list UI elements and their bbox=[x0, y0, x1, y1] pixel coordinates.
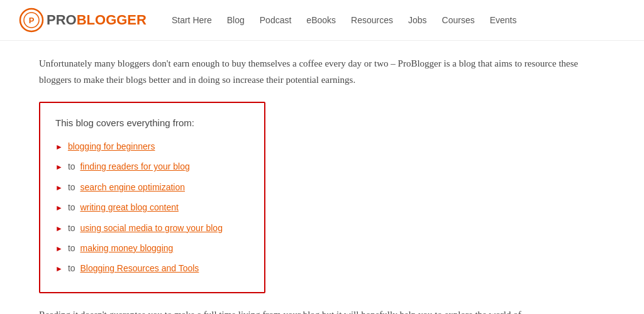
main-content: Unfortunately many bloggers don't earn e… bbox=[20, 41, 624, 314]
list-item: ► to search engine optimization bbox=[55, 180, 249, 194]
logo-icon: P bbox=[19, 8, 44, 33]
list-item: ► to Blogging Resources and Tools bbox=[55, 261, 249, 275]
nav-courses[interactable]: Courses bbox=[442, 13, 475, 27]
bullet-icon: ► bbox=[55, 182, 63, 194]
bullet-icon: ► bbox=[55, 141, 63, 153]
list-prefix: to bbox=[68, 202, 78, 212]
logo[interactable]: P PROBLOGGER bbox=[19, 8, 147, 33]
list-item-text: to finding readers for your blog bbox=[68, 160, 190, 173]
box-heading: This blog covers everything from: bbox=[55, 116, 249, 131]
link-finding-readers[interactable]: finding readers for your blog bbox=[80, 161, 189, 171]
svg-text:P: P bbox=[29, 16, 35, 25]
nav-resources[interactable]: Resources bbox=[351, 13, 393, 27]
list-item-text: to search engine optimization bbox=[68, 180, 185, 194]
bullet-icon: ► bbox=[55, 263, 63, 275]
link-blogging-beginners[interactable]: blogging for beginners bbox=[68, 141, 155, 151]
nav-blog[interactable]: Blog bbox=[227, 13, 245, 27]
list-item-text: to using social media to grow your blog bbox=[68, 221, 223, 235]
topics-box: This blog covers everything from: ► blog… bbox=[39, 102, 265, 293]
logo-text: PROBLOGGER bbox=[47, 9, 147, 31]
nav-events[interactable]: Events bbox=[490, 13, 517, 27]
intro-paragraph: Unfortunately many bloggers don't earn e… bbox=[39, 56, 605, 88]
bullet-icon: ► bbox=[55, 243, 63, 255]
nav-podcast[interactable]: Podcast bbox=[260, 13, 292, 27]
list-prefix: to bbox=[68, 223, 78, 233]
list-item-text: to Blogging Resources and Tools bbox=[68, 261, 199, 275]
main-nav: Start Here Blog Podcast eBooks Resources… bbox=[172, 13, 517, 27]
link-resources-tools[interactable]: Blogging Resources and Tools bbox=[80, 263, 199, 273]
link-making-money[interactable]: making money blogging bbox=[80, 243, 173, 253]
link-social-media[interactable]: using social media to grow your blog bbox=[80, 223, 222, 233]
nav-ebooks[interactable]: eBooks bbox=[306, 13, 336, 27]
list-prefix: to bbox=[68, 263, 78, 273]
bullet-icon: ► bbox=[55, 202, 63, 214]
list-item-text: to making money blogging bbox=[68, 241, 173, 255]
nav-jobs[interactable]: Jobs bbox=[408, 13, 427, 27]
bullet-icon: ► bbox=[55, 223, 63, 235]
list-item: ► to writing great blog content bbox=[55, 200, 249, 214]
topics-list: ► blogging for beginners ► to finding re… bbox=[55, 139, 249, 276]
list-prefix: to bbox=[68, 243, 78, 253]
footer-paragraph: Reading it doesn't guarantee you to make… bbox=[39, 307, 605, 314]
list-prefix: to bbox=[68, 161, 78, 171]
list-item: ► to finding readers for your blog bbox=[55, 160, 249, 173]
list-item-text: to writing great blog content bbox=[68, 200, 179, 214]
list-item: ► blogging for beginners bbox=[55, 139, 249, 153]
bullet-icon: ► bbox=[55, 161, 63, 173]
list-prefix: to bbox=[68, 182, 78, 192]
link-blog-content[interactable]: writing great blog content bbox=[80, 202, 178, 212]
site-header: P PROBLOGGER Start Here Blog Podcast eBo… bbox=[0, 0, 644, 41]
list-item: ► to making money blogging bbox=[55, 241, 249, 255]
list-item-text: blogging for beginners bbox=[68, 139, 155, 153]
link-seo[interactable]: search engine optimization bbox=[80, 182, 185, 192]
nav-start-here[interactable]: Start Here bbox=[172, 13, 212, 27]
list-item: ► to using social media to grow your blo… bbox=[55, 221, 249, 235]
